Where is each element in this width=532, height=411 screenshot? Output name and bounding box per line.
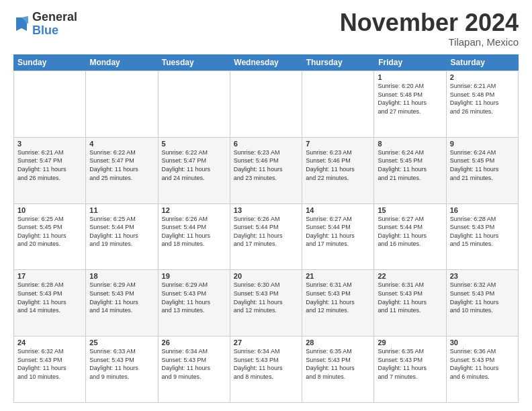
calendar-cell: 29Sunrise: 6:35 AMSunset: 5:43 PMDayligh…: [374, 336, 446, 403]
calendar-cell: 19Sunrise: 6:29 AMSunset: 5:43 PMDayligh…: [159, 270, 230, 336]
location: Tilapan, Mexico: [340, 36, 519, 48]
calendar-cell: 1Sunrise: 6:20 AMSunset: 5:48 PMDaylight…: [374, 71, 446, 138]
day-number: 15: [378, 206, 442, 214]
header-tuesday: Tuesday: [158, 54, 230, 71]
day-number: 8: [378, 140, 442, 148]
day-info: Sunrise: 6:36 AMSunset: 5:43 PMDaylight:…: [450, 347, 515, 381]
logo-general-text: General: [32, 11, 77, 24]
calendar-cell: 27Sunrise: 6:34 AMSunset: 5:43 PMDayligh…: [230, 336, 302, 403]
day-info: Sunrise: 6:21 AMSunset: 5:47 PMDaylight:…: [17, 148, 82, 182]
logo-icon: [13, 15, 30, 34]
day-number: 23: [450, 272, 515, 280]
calendar-cell: 13Sunrise: 6:26 AMSunset: 5:44 PMDayligh…: [230, 204, 302, 271]
calendar-row-4: 17Sunrise: 6:28 AMSunset: 5:43 PMDayligh…: [14, 270, 519, 336]
day-info: Sunrise: 6:24 AMSunset: 5:45 PMDaylight:…: [378, 148, 442, 182]
calendar-body: 1Sunrise: 6:20 AMSunset: 5:48 PMDaylight…: [13, 71, 519, 403]
calendar-cell: [14, 71, 86, 138]
calendar-cell: 17Sunrise: 6:28 AMSunset: 5:43 PMDayligh…: [14, 270, 86, 336]
calendar-cell: 5Sunrise: 6:22 AMSunset: 5:47 PMDaylight…: [159, 138, 230, 204]
calendar-cell: 30Sunrise: 6:36 AMSunset: 5:43 PMDayligh…: [447, 336, 519, 403]
day-info: Sunrise: 6:24 AMSunset: 5:45 PMDaylight:…: [450, 148, 515, 182]
header: General Blue November 2024 Tilapan, Mexi…: [13, 11, 519, 48]
day-info: Sunrise: 6:22 AMSunset: 5:47 PMDaylight:…: [162, 148, 226, 182]
day-number: 21: [306, 272, 370, 280]
calendar-cell: 18Sunrise: 6:29 AMSunset: 5:43 PMDayligh…: [86, 270, 158, 336]
day-number: 2: [450, 73, 515, 81]
calendar-cell: 10Sunrise: 6:25 AMSunset: 5:45 PMDayligh…: [14, 204, 86, 271]
day-info: Sunrise: 6:29 AMSunset: 5:43 PMDaylight:…: [162, 281, 226, 314]
calendar-cell: 9Sunrise: 6:24 AMSunset: 5:45 PMDaylight…: [447, 138, 519, 204]
calendar-cell: 15Sunrise: 6:27 AMSunset: 5:44 PMDayligh…: [374, 204, 446, 271]
month-title: November 2024: [340, 11, 519, 35]
header-friday: Friday: [374, 54, 446, 71]
day-info: Sunrise: 6:30 AMSunset: 5:43 PMDaylight:…: [234, 281, 298, 314]
calendar-cell: [86, 71, 158, 138]
day-number: 28: [306, 338, 370, 347]
day-info: Sunrise: 6:20 AMSunset: 5:48 PMDaylight:…: [378, 82, 442, 116]
day-number: 7: [306, 140, 370, 148]
day-info: Sunrise: 6:32 AMSunset: 5:43 PMDaylight:…: [17, 347, 82, 381]
day-number: 13: [234, 206, 298, 214]
day-info: Sunrise: 6:34 AMSunset: 5:43 PMDaylight:…: [162, 347, 226, 381]
calendar-cell: 11Sunrise: 6:25 AMSunset: 5:44 PMDayligh…: [86, 204, 158, 271]
calendar-cell: 23Sunrise: 6:32 AMSunset: 5:43 PMDayligh…: [447, 270, 519, 336]
day-number: 29: [378, 338, 442, 347]
day-number: 1: [378, 73, 442, 81]
calendar-cell: 2Sunrise: 6:21 AMSunset: 5:48 PMDaylight…: [447, 71, 519, 138]
day-info: Sunrise: 6:29 AMSunset: 5:43 PMDaylight:…: [89, 281, 154, 314]
day-info: Sunrise: 6:27 AMSunset: 5:44 PMDaylight:…: [306, 215, 370, 248]
header-sunday: Sunday: [13, 54, 85, 71]
day-number: 11: [89, 206, 154, 214]
day-info: Sunrise: 6:23 AMSunset: 5:46 PMDaylight:…: [306, 148, 370, 182]
day-info: Sunrise: 6:32 AMSunset: 5:43 PMDaylight:…: [450, 281, 515, 314]
calendar-cell: 6Sunrise: 6:23 AMSunset: 5:46 PMDaylight…: [230, 138, 302, 204]
calendar-cell: 8Sunrise: 6:24 AMSunset: 5:45 PMDaylight…: [374, 138, 446, 204]
calendar: Sunday Monday Tuesday Wednesday Thursday…: [13, 54, 519, 403]
calendar-cell: 24Sunrise: 6:32 AMSunset: 5:43 PMDayligh…: [14, 336, 86, 403]
calendar-cell: 21Sunrise: 6:31 AMSunset: 5:43 PMDayligh…: [302, 270, 374, 336]
day-number: 22: [378, 272, 442, 280]
day-info: Sunrise: 6:28 AMSunset: 5:43 PMDaylight:…: [17, 281, 82, 314]
day-info: Sunrise: 6:33 AMSunset: 5:43 PMDaylight:…: [89, 347, 154, 381]
day-number: 18: [89, 272, 154, 280]
day-info: Sunrise: 6:22 AMSunset: 5:47 PMDaylight:…: [89, 148, 154, 182]
calendar-cell: 28Sunrise: 6:35 AMSunset: 5:43 PMDayligh…: [302, 336, 374, 403]
day-number: 3: [17, 140, 82, 148]
day-info: Sunrise: 6:26 AMSunset: 5:44 PMDaylight:…: [162, 215, 226, 248]
day-number: 5: [162, 140, 226, 148]
calendar-cell: 26Sunrise: 6:34 AMSunset: 5:43 PMDayligh…: [159, 336, 230, 403]
calendar-cell: 20Sunrise: 6:30 AMSunset: 5:43 PMDayligh…: [230, 270, 302, 336]
calendar-cell: 3Sunrise: 6:21 AMSunset: 5:47 PMDaylight…: [14, 138, 86, 204]
day-info: Sunrise: 6:31 AMSunset: 5:43 PMDaylight:…: [378, 281, 442, 314]
header-thursday: Thursday: [302, 54, 374, 71]
calendar-row-5: 24Sunrise: 6:32 AMSunset: 5:43 PMDayligh…: [14, 336, 519, 403]
calendar-cell: [159, 71, 230, 138]
day-number: 10: [17, 206, 82, 214]
calendar-cell: 16Sunrise: 6:28 AMSunset: 5:43 PMDayligh…: [447, 204, 519, 271]
logo-blue-text: Blue: [32, 24, 77, 38]
title-block: November 2024 Tilapan, Mexico: [340, 11, 519, 48]
day-info: Sunrise: 6:25 AMSunset: 5:44 PMDaylight:…: [89, 215, 154, 248]
day-info: Sunrise: 6:23 AMSunset: 5:46 PMDaylight:…: [234, 148, 298, 182]
calendar-cell: [302, 71, 374, 138]
day-info: Sunrise: 6:35 AMSunset: 5:43 PMDaylight:…: [378, 347, 442, 381]
calendar-header: Sunday Monday Tuesday Wednesday Thursday…: [13, 54, 519, 71]
day-number: 20: [234, 272, 298, 280]
day-number: 30: [450, 338, 515, 347]
logo: General Blue: [13, 11, 77, 38]
header-wednesday: Wednesday: [230, 54, 302, 71]
calendar-row-1: 1Sunrise: 6:20 AMSunset: 5:48 PMDaylight…: [14, 71, 519, 138]
day-info: Sunrise: 6:27 AMSunset: 5:44 PMDaylight:…: [378, 215, 442, 248]
day-info: Sunrise: 6:35 AMSunset: 5:43 PMDaylight:…: [306, 347, 370, 381]
day-number: 14: [306, 206, 370, 214]
day-info: Sunrise: 6:28 AMSunset: 5:43 PMDaylight:…: [450, 215, 515, 248]
calendar-cell: 12Sunrise: 6:26 AMSunset: 5:44 PMDayligh…: [159, 204, 230, 271]
calendar-row-2: 3Sunrise: 6:21 AMSunset: 5:47 PMDaylight…: [14, 138, 519, 204]
calendar-cell: 25Sunrise: 6:33 AMSunset: 5:43 PMDayligh…: [86, 336, 158, 403]
calendar-cell: 7Sunrise: 6:23 AMSunset: 5:46 PMDaylight…: [302, 138, 374, 204]
day-number: 4: [89, 140, 154, 148]
calendar-cell: 4Sunrise: 6:22 AMSunset: 5:47 PMDaylight…: [86, 138, 158, 204]
day-number: 27: [234, 338, 298, 347]
day-number: 16: [450, 206, 515, 214]
day-number: 9: [450, 140, 515, 148]
